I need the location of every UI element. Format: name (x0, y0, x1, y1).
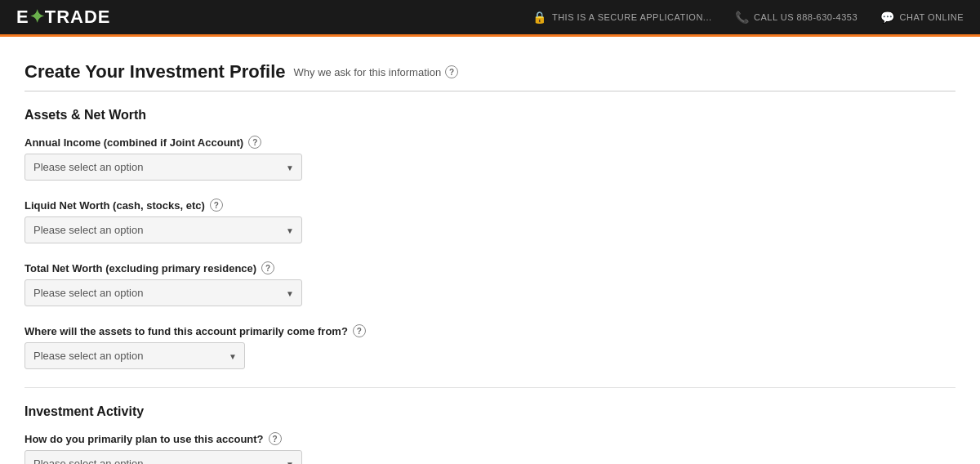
lock-icon: 🔒 (532, 11, 547, 24)
liquid-net-worth-label: Liquid Net Worth (cash, stocks, etc) ? (24, 199, 956, 212)
assets-source-label: Where will the assets to fund this accou… (24, 324, 956, 337)
annual-income-help-icon[interactable]: ? (248, 136, 261, 149)
annual-income-group: Annual Income (combined if Joint Account… (24, 136, 956, 181)
total-net-worth-label: Total Net Worth (excluding primary resid… (24, 261, 956, 274)
page-title-row: Create Your Investment Profile Why we as… (24, 61, 956, 83)
assets-source-group: Where will the assets to fund this accou… (24, 324, 956, 369)
total-net-worth-select-wrapper: Please select an option ▼ (24, 279, 302, 306)
investment-activity-section: Investment Activity How do you primarily… (24, 404, 956, 464)
investment-activity-title: Investment Activity (24, 404, 956, 419)
chat-text: CHAT ONLINE (900, 12, 964, 22)
title-divider (24, 91, 956, 91)
subtitle-text: Why we ask for this information (294, 66, 442, 78)
annual-income-select-wrapper: Please select an option ▼ (24, 154, 302, 181)
liquid-net-worth-select-wrapper: Please select an option ▼ (24, 216, 302, 243)
secure-indicator: 🔒 THIS IS A SECURE APPLICATION... (532, 11, 711, 24)
total-net-worth-select[interactable]: Please select an option (24, 279, 302, 306)
liquid-net-worth-group: Liquid Net Worth (cash, stocks, etc) ? P… (24, 199, 956, 243)
phone-icon: 📞 (735, 11, 750, 24)
header-right: 🔒 THIS IS A SECURE APPLICATION... 📞 CALL… (532, 11, 964, 24)
logo-star: ✦ (29, 7, 44, 28)
assets-source-select-wrapper: Please select an option ▼ (24, 342, 245, 369)
assets-section-title: Assets & Net Worth (24, 108, 956, 123)
account-use-select[interactable]: Please select an option (24, 450, 302, 464)
page-title: Create Your Investment Profile (24, 61, 286, 83)
account-use-select-wrapper: Please select an option ▼ (24, 450, 302, 464)
account-use-help-icon[interactable]: ? (269, 432, 282, 445)
phone-text: CALL US 888-630-4353 (754, 12, 858, 22)
logo: E✦TRADE (16, 7, 110, 28)
annual-income-select[interactable]: Please select an option (24, 154, 302, 181)
main-content: Create Your Investment Profile Why we as… (0, 37, 980, 464)
chat-indicator[interactable]: 💬 CHAT ONLINE (880, 11, 964, 24)
account-use-label: How do you primarily plan to use this ac… (24, 432, 956, 445)
liquid-net-worth-select[interactable]: Please select an option (24, 216, 302, 243)
assets-section: Assets & Net Worth Annual Income (combin… (24, 108, 956, 369)
header: E✦TRADE 🔒 THIS IS A SECURE APPLICATION..… (0, 0, 980, 34)
total-net-worth-group: Total Net Worth (excluding primary resid… (24, 261, 956, 306)
account-use-group: How do you primarily plan to use this ac… (24, 432, 956, 464)
secure-text: THIS IS A SECURE APPLICATION... (552, 12, 712, 22)
assets-source-help-icon[interactable]: ? (353, 324, 366, 337)
annual-income-label: Annual Income (combined if Joint Account… (24, 136, 956, 149)
assets-source-select[interactable]: Please select an option (24, 342, 245, 369)
logo-trade: TRADE (45, 7, 111, 28)
page-help-icon[interactable]: ? (445, 65, 458, 78)
liquid-net-worth-help-icon[interactable]: ? (210, 199, 223, 212)
section-divider (24, 387, 956, 388)
phone-indicator[interactable]: 📞 CALL US 888-630-4353 (735, 11, 858, 24)
logo-e: E (16, 7, 29, 28)
page-subtitle: Why we ask for this information ? (294, 65, 459, 78)
total-net-worth-help-icon[interactable]: ? (261, 261, 274, 274)
chat-icon: 💬 (880, 11, 895, 24)
